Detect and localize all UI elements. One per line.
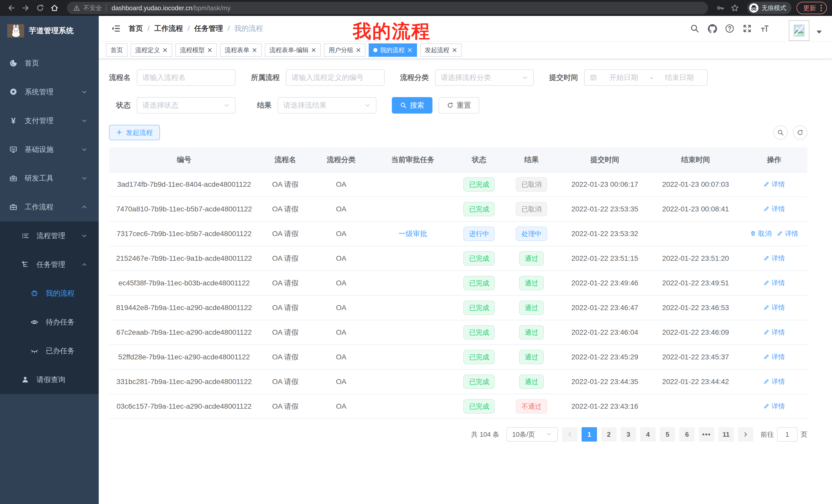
github-icon[interactable] [707,24,717,33]
chevron-up-icon [81,204,87,210]
browser-update-button[interactable]: 更新 [797,2,827,14]
detail-link[interactable]: 详情 [763,377,785,386]
close-icon[interactable] [162,48,167,53]
result-select-input[interactable] [283,101,362,109]
sidebar-item-done-task[interactable]: 已办任务 [0,337,99,365]
sidebar-item-pay[interactable]: ¥ 支付管理 [0,106,99,135]
page-size-select[interactable]: 10条/页 [506,427,558,442]
avatar[interactable] [789,20,809,41]
cell-submit-time: 2022-01-22 23:53:35 [560,197,650,221]
close-icon[interactable] [452,48,457,53]
category-select[interactable] [435,69,534,86]
page-button-6[interactable]: 6 [679,427,695,442]
close-icon[interactable] [207,48,212,53]
detail-link[interactable]: 详情 [763,254,785,263]
status-select[interactable] [137,97,235,114]
help-icon[interactable] [725,24,734,33]
not-secure-icon [73,4,80,11]
sidebar-fold-icon[interactable] [111,24,120,33]
update-label[interactable]: 更新 [803,4,816,12]
page-button-1[interactable]: 1 [581,427,597,442]
page-button-2[interactable]: 2 [601,427,617,442]
password-key-icon[interactable] [713,1,728,15]
start-date-input[interactable] [601,74,646,82]
result-select[interactable] [278,97,376,114]
process-definition-input[interactable] [291,74,379,82]
next-page-button[interactable] [738,427,753,442]
breadcrumb-task-mgmt[interactable]: 任务管理 [194,24,223,33]
cell-task [371,271,454,296]
browser-back-icon[interactable] [4,1,19,15]
breadcrumb-home[interactable]: 首页 [129,24,143,33]
goto-page-input[interactable] [777,427,798,442]
page-button-4[interactable]: 4 [640,427,656,442]
sidebar-item-home[interactable]: 首页 [0,49,99,78]
browser-menu-dots-icon[interactable] [820,4,822,12]
sidebar-item-workflow[interactable]: 工作流程 [0,193,99,221]
more-pages-button[interactable]: ••• [699,427,714,442]
task-link[interactable]: 一级审批 [398,229,427,239]
tab-home[interactable]: 首页 [106,44,128,57]
tab-my-process[interactable]: 我的流程 [369,44,417,57]
page-button-5[interactable]: 5 [660,427,675,442]
detail-link[interactable]: 详情 [763,353,785,361]
sidebar-item-infra[interactable]: 基础设施 [0,135,99,164]
sidebar-item-task-mgmt[interactable]: 任务管理 [0,250,99,279]
prev-page-button[interactable] [562,427,577,442]
url-host[interactable]: dashboard.yudao.iocoder.cn [111,4,192,12]
cell-task: 一级审批 [371,221,454,246]
status-select-input[interactable] [142,101,220,109]
app-logo-row[interactable]: 芋道管理系统 [0,16,99,41]
page-button-11[interactable]: 11 [718,427,734,442]
tab-start-process[interactable]: 发起流程 [420,44,462,57]
sidebar-item-process-mgmt[interactable]: 流程管理 [0,221,99,250]
page-unit-label: 页 [801,430,807,439]
search-icon[interactable] [690,24,699,33]
close-icon[interactable] [311,48,316,53]
close-icon[interactable] [407,48,412,53]
browser-reload-icon[interactable] [33,1,47,15]
detail-link[interactable]: 详情 [763,204,785,214]
tab-user-group[interactable]: 用户分组 [324,44,366,57]
close-icon[interactable] [356,48,361,53]
security-label[interactable]: 不安全 [83,4,102,12]
bookmark-star-icon[interactable] [728,1,742,15]
tab-process-model[interactable]: 流程模型 [175,44,217,57]
detail-link[interactable]: 详情 [763,303,785,312]
end-date-input[interactable] [657,74,702,82]
detail-link[interactable]: 详情 [763,402,785,411]
address-bar[interactable]: 不安全 dashboard.yudao.iocoder.cn/bpm/task/… [67,2,708,14]
reset-button[interactable]: 重置 [439,97,479,114]
table-refresh-button[interactable] [793,125,807,140]
table-search-button[interactable] [773,125,788,140]
cell-id: ec45f38f-7b9a-11ec-b03b-acde48001122 [109,271,259,296]
result-badge: 通过 [519,301,544,315]
close-icon[interactable] [252,48,257,53]
process-name-input[interactable] [142,74,230,82]
sidebar-item-leave-query[interactable]: 请假查询 [0,365,99,394]
date-range-picker[interactable]: - [584,69,707,86]
browser-home-icon[interactable] [47,1,62,15]
detail-link[interactable]: 详情 [763,328,785,337]
avatar-caret-icon[interactable] [816,31,822,34]
tab-process-form[interactable]: 流程表单 [220,44,262,57]
sidebar-item-devtools[interactable]: 研发工具 [0,164,99,193]
cancel-link[interactable]: 取消 [750,229,772,238]
page-button-3[interactable]: 3 [621,427,636,442]
fullscreen-icon[interactable] [743,24,752,33]
tab-process-form-edit[interactable]: 流程表单-编辑 [265,44,321,57]
breadcrumb-workflow[interactable]: 工作流程 [154,24,183,33]
sidebar-item-todo-task[interactable]: 待办任务 [0,308,99,337]
category-select-input[interactable] [441,74,519,82]
detail-link[interactable]: 详情 [763,278,785,287]
browser-forward-icon[interactable] [19,1,33,15]
detail-link[interactable]: 详情 [763,180,785,189]
sidebar-item-my-process[interactable]: 我的流程 [0,279,99,308]
url-path[interactable]: /bpm/task/my [192,4,231,12]
search-button[interactable]: 搜索 [392,97,433,114]
detail-link[interactable]: 详情 [777,229,798,238]
font-size-icon[interactable] [760,24,769,33]
create-process-button[interactable]: 发起流程 [109,125,160,140]
tab-process-definition[interactable]: 流程定义 [131,44,172,57]
sidebar-item-system[interactable]: 系统管理 [0,78,99,106]
